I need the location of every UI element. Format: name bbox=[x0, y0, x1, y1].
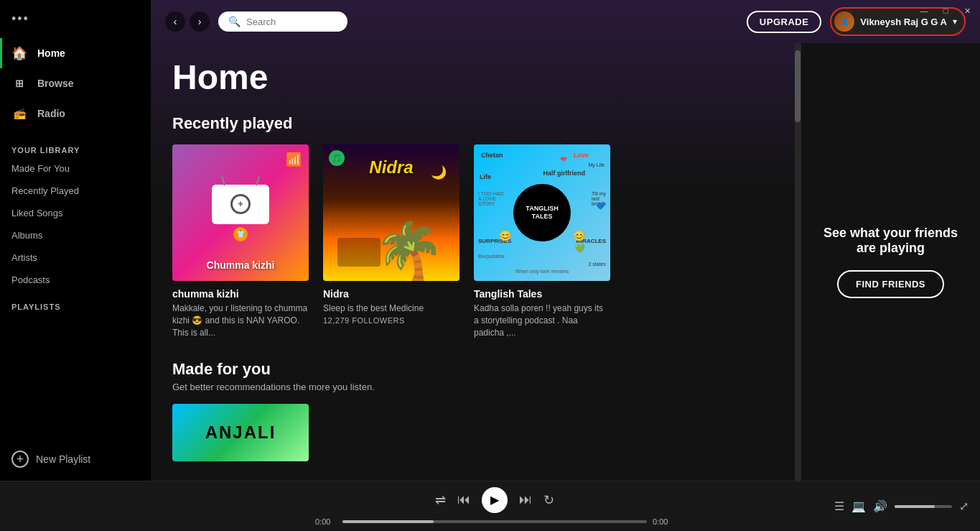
browse-icon: ⊞ bbox=[11, 75, 27, 91]
radio-stand: 👕 bbox=[233, 227, 248, 241]
main-area: ‹ › 🔍 UPGRADE 👤 Vikneysh Raj G G A ▾ bbox=[151, 0, 980, 481]
moon-icon: 🌙 bbox=[431, 165, 447, 180]
card3-background: Chetan Love My Life Life Half girlfriend… bbox=[474, 144, 610, 281]
radio-antenna-left bbox=[221, 175, 225, 185]
emoji1: 😊 bbox=[499, 230, 511, 241]
tshirt-icon: 👕 bbox=[236, 230, 245, 238]
library-item-made-for-you[interactable]: Made For You bbox=[0, 157, 151, 180]
card-subtitle-chumma: Makkale, you r listening to chumma kizhi… bbox=[172, 303, 309, 338]
tag-2states: 2 states bbox=[588, 262, 606, 267]
sidebar-browse-label: Browse bbox=[37, 78, 74, 89]
next-button[interactable]: ⏭ bbox=[519, 492, 532, 507]
card-subtitle-tanglish: Kadha solla poren !! yeah guys its a sto… bbox=[474, 303, 610, 338]
library-item-recently-played[interactable]: Recently Played bbox=[0, 180, 151, 202]
scroll-indicator bbox=[795, 43, 801, 481]
scroll-thumb[interactable] bbox=[795, 50, 801, 122]
progress-fill bbox=[342, 520, 434, 523]
find-friends-button[interactable]: FIND FRIENDS bbox=[837, 270, 944, 298]
queue-icon[interactable]: ☰ bbox=[834, 499, 844, 513]
radio-visual: + 👕 bbox=[212, 185, 269, 241]
made-card-bg: ANJALI bbox=[172, 404, 309, 461]
made-for-you-subtitle: Get better recommendations the more you … bbox=[172, 382, 773, 392]
current-time: 0:00 bbox=[315, 517, 337, 526]
player-right-controls: ☰ 💻 🔊 ⤢ bbox=[834, 499, 969, 513]
menu-dots[interactable]: ••• bbox=[0, 6, 151, 32]
search-icon: 🔍 bbox=[228, 16, 241, 27]
sidebar-radio-label: Radio bbox=[37, 108, 65, 119]
sidebar-item-browse[interactable]: ⊞ Browse bbox=[0, 68, 151, 98]
card-title-tanglish: Tanglish Tales bbox=[474, 288, 610, 300]
search-bar: 🔍 bbox=[218, 11, 347, 32]
app-body: ••• 🏠 Home ⊞ Browse 📻 Radio YOUR LIBRARY… bbox=[0, 0, 980, 481]
repeat-button[interactable]: ↻ bbox=[543, 492, 554, 508]
radio-dial: + bbox=[230, 194, 251, 214]
sidebar-nav: 🏠 Home ⊞ Browse 📻 Radio bbox=[0, 32, 151, 134]
card-subtitle-nidra: Sleep is the best Medicine 12,279 FOLLOW… bbox=[323, 303, 459, 327]
tanglish-tales-logo: TANGLISHTALES bbox=[513, 184, 571, 241]
minimize-button[interactable]: — bbox=[914, 1, 934, 21]
title-bar: — □ ✕ bbox=[894, 0, 980, 22]
sidebar-item-home[interactable]: 🏠 Home bbox=[0, 38, 151, 68]
tag-life: Life bbox=[480, 173, 491, 180]
made-for-you-card[interactable]: ANJALI bbox=[172, 404, 309, 461]
shuffle-button[interactable]: ⇌ bbox=[435, 492, 446, 508]
new-playlist-button[interactable]: + New Playlist bbox=[0, 443, 151, 475]
heart-icon: ❤ bbox=[560, 154, 567, 165]
card-image-tanglish: Chetan Love My Life Life Half girlfriend… bbox=[474, 144, 610, 281]
previous-button[interactable]: ⏮ bbox=[457, 492, 470, 507]
close-button[interactable]: ✕ bbox=[957, 1, 977, 21]
playlists-section-label: PLAYLISTS bbox=[0, 291, 151, 314]
sidebar-home-label: Home bbox=[37, 47, 65, 59]
card1-background: 📶 + 👕 bbox=[172, 144, 309, 281]
volume-icon[interactable]: 🔊 bbox=[873, 499, 887, 513]
progress-bar[interactable] bbox=[342, 520, 647, 523]
player-controls: ⇌ ⏮ ▶ ⏭ ↻ 0:00 0:00 bbox=[164, 487, 826, 526]
search-input[interactable] bbox=[246, 17, 332, 27]
library-section-label: YOUR LIBRARY bbox=[0, 134, 151, 157]
emoji2: 😊 bbox=[573, 230, 585, 241]
tag-whenlove: When only love remains bbox=[515, 269, 569, 274]
volume-bar[interactable] bbox=[895, 505, 952, 508]
spotify-badge: 🎵 bbox=[329, 150, 345, 166]
radio-icon-nav: 📻 bbox=[11, 106, 27, 121]
card1-label: Chumma kizhi bbox=[172, 259, 309, 271]
tag-halfgf: Half girlfriend bbox=[543, 170, 585, 177]
fullscreen-icon[interactable]: ⤢ bbox=[959, 499, 969, 513]
wifi-icon: 📶 bbox=[286, 152, 302, 167]
water-reflection bbox=[337, 238, 381, 267]
avatar: 👤 bbox=[834, 11, 854, 32]
library-item-liked-songs[interactable]: Liked Songs bbox=[0, 202, 151, 224]
maximize-button[interactable]: □ bbox=[935, 1, 956, 21]
card-title-chumma: chumma kizhi bbox=[172, 288, 309, 300]
card2-background: 🎵 Nidra 🌙 🌴 bbox=[323, 144, 459, 281]
total-time: 0:00 bbox=[653, 517, 674, 526]
recently-played-title: Recently played bbox=[172, 114, 773, 133]
nidra-label: Nidra bbox=[369, 157, 413, 177]
control-buttons: ⇌ ⏮ ▶ ⏭ ↻ bbox=[435, 487, 554, 513]
library-item-podcasts[interactable]: Podcasts bbox=[0, 269, 151, 291]
heart-green: 💚 bbox=[574, 244, 585, 254]
anjali-text: ANJALI bbox=[205, 423, 276, 443]
card-tanglish-tales[interactable]: Chetan Love My Life Life Half girlfriend… bbox=[474, 144, 610, 338]
page-title: Home bbox=[172, 57, 773, 97]
card-nidra[interactable]: 🎵 Nidra 🌙 🌴 Nidra Sleep is the best Medi… bbox=[323, 144, 459, 338]
upgrade-button[interactable]: UPGRADE bbox=[747, 11, 822, 33]
heart-blue: 💙 bbox=[596, 202, 605, 210]
sidebar-item-radio[interactable]: 📻 Radio bbox=[0, 98, 151, 129]
card-image-chumma-kizhi: 📶 + 👕 bbox=[172, 144, 309, 281]
radio-antenna-right bbox=[256, 175, 260, 185]
bottom-player: ⇌ ⏮ ▶ ⏭ ↻ 0:00 0:00 ☰ 💻 🔊 ⤢ bbox=[0, 481, 980, 531]
forward-button[interactable]: › bbox=[190, 11, 210, 32]
library-item-artists[interactable]: Artists bbox=[0, 246, 151, 269]
top-bar: ‹ › 🔍 UPGRADE 👤 Vikneysh Raj G G A ▾ bbox=[151, 0, 980, 43]
recently-played-cards: 📶 + 👕 bbox=[172, 144, 773, 338]
library-item-albums[interactable]: Albums bbox=[0, 224, 151, 246]
devices-icon[interactable]: 💻 bbox=[851, 499, 866, 513]
friends-panel: See what your friends are playing FIND F… bbox=[801, 43, 980, 481]
made-card-image: ANJALI bbox=[172, 404, 309, 461]
back-button[interactable]: ‹ bbox=[165, 11, 185, 32]
sidebar: ••• 🏠 Home ⊞ Browse 📻 Radio YOUR LIBRARY… bbox=[0, 0, 151, 481]
play-button[interactable]: ▶ bbox=[482, 487, 508, 513]
card-chumma-kizhi[interactable]: 📶 + 👕 bbox=[172, 144, 309, 338]
tag-itoo: I TOO HADA LOVESTORY bbox=[478, 191, 504, 206]
